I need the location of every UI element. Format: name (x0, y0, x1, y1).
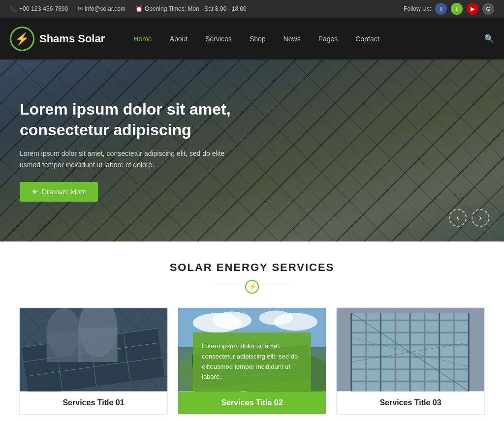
discover-icon: ☀ (32, 188, 38, 196)
services-section: SOLAR ENERGY SERVICES ⚡ (0, 241, 504, 421)
phone-info: 📞 +00-123-456-7890 (10, 5, 68, 12)
card-2-overlay-text: Lorem ipsum dolor sit amet, consectetur … (202, 342, 298, 380)
nav-about[interactable]: About (161, 18, 197, 60)
top-bar: 📞 +00-123-456-7890 ✉ info@solar.com ⏰ Op… (0, 0, 504, 18)
google-icon[interactable]: G (482, 3, 494, 15)
search-icon[interactable]: 🔍 (484, 34, 494, 43)
divider-line-left (212, 287, 241, 287)
service-card-1-image (20, 308, 167, 391)
hero-title: Lorem ipsum dolor sit amet, consectetur … (20, 99, 236, 140)
service-card-3-image (337, 308, 484, 391)
hero-section: Lorem ipsum dolor sit amet, consectetur … (0, 60, 504, 241)
hero-content: Lorem ipsum dolor sit amet, consectetur … (0, 99, 256, 202)
next-arrow[interactable]: › (472, 209, 489, 227)
nav-pages[interactable]: Pages (310, 18, 347, 60)
top-bar-left: 📞 +00-123-456-7890 ✉ info@solar.com ⏰ Op… (10, 5, 247, 12)
facebook-icon[interactable]: f (435, 3, 447, 15)
bolt-icon: ⚡ (15, 32, 30, 46)
prev-arrow[interactable]: ‹ (449, 209, 467, 227)
service-card-3[interactable]: Services Title 03 (336, 307, 485, 415)
nav-services[interactable]: Services (196, 18, 241, 60)
phone-icon: 📞 (10, 5, 17, 12)
clock-icon: ⏰ (135, 5, 143, 12)
svg-point-19 (213, 312, 252, 330)
nav-contact[interactable]: Contact (346, 18, 388, 60)
logo-icon: ⚡ (10, 27, 34, 51)
opening-info: ⏰ Opening Times: Mon - Sat 8.00 - 18.00 (135, 5, 247, 12)
service-card-2[interactable]: Lorem ipsum dolor sit amet, consectetur … (178, 307, 326, 415)
logo-text: Shams Solar (39, 32, 105, 45)
divider-line-right (263, 287, 292, 287)
service-card-2-title: Services Title 02 (178, 391, 326, 414)
twitter-icon[interactable]: t (451, 3, 463, 15)
services-grid: Services Title 01 (10, 307, 494, 415)
hero-subtitle: Lorem ipsum dolor sit amet, consectetur … (20, 148, 236, 170)
nav-shop[interactable]: Shop (241, 18, 275, 60)
discover-button[interactable]: ☀ Discover More (20, 182, 98, 202)
follow-label: Follow Us: (404, 5, 431, 12)
email-info: ✉ info@solar.com (78, 5, 126, 12)
youtube-icon[interactable]: ▶ (467, 3, 478, 15)
main-nav: Home About Services Shop News Pages Cont… (125, 18, 494, 60)
card-2-overlay: Lorem ipsum dolor sit amet, consectetur … (193, 332, 311, 391)
services-divider: ⚡ (10, 280, 494, 294)
nav-home[interactable]: Home (125, 18, 160, 60)
svg-point-21 (274, 313, 317, 331)
email-icon: ✉ (78, 5, 83, 12)
top-bar-right: Follow Us: f t ▶ G (404, 3, 494, 15)
discover-label: Discover More (42, 188, 86, 196)
svg-rect-15 (78, 328, 117, 362)
service-card-3-title: Services Title 03 (337, 391, 484, 414)
nav-news[interactable]: News (275, 18, 310, 60)
logo[interactable]: ⚡ Shams Solar (10, 27, 105, 51)
hero-arrows: ‹ › (449, 209, 489, 227)
service-card-1-title: Services Title 01 (20, 391, 167, 414)
divider-bolt-icon: ⚡ (245, 280, 259, 294)
svg-rect-14 (47, 332, 81, 362)
service-card-1[interactable]: Services Title 01 (19, 307, 168, 415)
header: ⚡ Shams Solar Home About Services Shop N… (0, 18, 504, 60)
service-card-2-image-wrap: Lorem ipsum dolor sit amet, consectetur … (178, 308, 326, 391)
services-section-title: SOLAR ENERGY SERVICES (10, 261, 494, 274)
